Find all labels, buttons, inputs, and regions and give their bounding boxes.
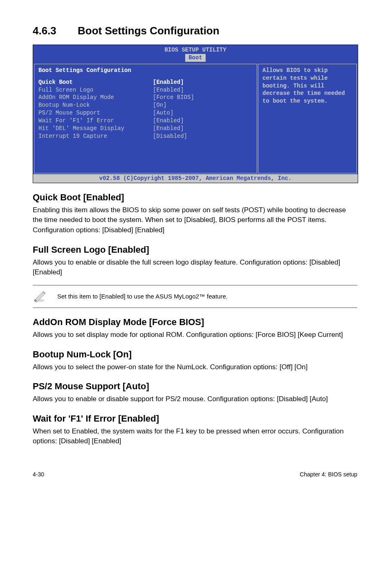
bios-setting-label: Bootup Num-Lock xyxy=(38,101,153,109)
note-text: Set this item to [Enabled] to use the AS… xyxy=(57,293,357,300)
chapter-label: Chapter 4: BIOS setup xyxy=(300,471,357,478)
bios-setting-label: Quick Boot xyxy=(38,79,153,86)
bios-setting-value: [Force BIOS] xyxy=(153,94,194,101)
bios-setting-value: [Enabled] xyxy=(153,125,184,132)
bios-setting-row: Hit 'DEL' Message Display[Enabled] xyxy=(38,125,253,132)
bios-setting-label: Interrupt 19 Capture xyxy=(38,132,153,140)
bios-setting-row: Full Screen Logo[Enabled] xyxy=(38,86,253,94)
subsection-heading: Quick Boot [Enabled] xyxy=(33,192,357,203)
section-heading-text: Boot Settings Configuration xyxy=(78,25,220,37)
pencil-note-icon xyxy=(33,289,57,304)
bios-setting-label: Wait For 'F1' If Error xyxy=(38,117,153,125)
bios-setting-label: Full Screen Logo xyxy=(38,86,153,94)
bios-setting-value: [Enabled] xyxy=(153,117,184,125)
page-number: 4-30 xyxy=(33,471,44,478)
section-number: 4.6.3 xyxy=(33,25,78,37)
bios-screenshot: BIOS SETUP UTILITY Boot Boot Settings Co… xyxy=(33,45,358,183)
bios-setting-row: Interrupt 19 Capture[Disabled] xyxy=(38,132,253,140)
subsection-heading: AddOn ROM Display Mode [Force BIOS] xyxy=(33,317,357,328)
page-footer: 4-30 Chapter 4: BIOS setup xyxy=(33,471,357,478)
bios-setting-value: [Disabled] xyxy=(153,132,187,140)
section-title: 4.6.3Boot Settings Configuration xyxy=(33,25,357,37)
note-divider-bottom xyxy=(33,307,357,308)
bios-header-title: BIOS SETUP UTILITY xyxy=(33,45,358,54)
bios-tab-row: Boot xyxy=(33,54,358,63)
subsection-body: Allows you to enable or disable the full… xyxy=(33,258,357,278)
bios-footer: v02.58 (C)Copyright 1985-2007, American … xyxy=(33,174,358,183)
note-box: Set this item to [Enabled] to use the AS… xyxy=(33,285,357,308)
subsection-heading: PS/2 Mouse Support [Auto] xyxy=(33,381,357,392)
bios-setting-row: Quick Boot[Enabled] xyxy=(38,79,253,86)
bios-setting-row: Bootup Num-Lock[On] xyxy=(38,101,253,109)
bios-setting-value: [Enabled] xyxy=(153,79,184,86)
subsection-heading: Wait for 'F1' If Error [Enabled] xyxy=(33,413,357,424)
bios-setting-value: [Auto] xyxy=(153,109,173,117)
subsection-body: Enabling this item allows the BIOS to sk… xyxy=(33,205,357,236)
bios-tab-boot: Boot xyxy=(185,54,206,62)
bios-help-panel: Allows BIOS to skip certain tests while … xyxy=(258,64,357,173)
bios-setting-value: [Enabled] xyxy=(153,86,184,94)
bios-setting-row: Wait For 'F1' If Error[Enabled] xyxy=(38,117,253,125)
bios-setting-row: PS/2 Mouse Support[Auto] xyxy=(38,109,253,117)
subsection-body: Allows you to select the power-on state … xyxy=(33,362,357,373)
subsection-heading: Bootup Num-Lock [On] xyxy=(33,349,357,360)
subsection-heading: Full Screen Logo [Enabled] xyxy=(33,245,357,255)
bios-panel-title: Boot Settings Configuration xyxy=(38,67,253,74)
bios-setting-label: PS/2 Mouse Support xyxy=(38,109,153,117)
subsection-body: Allows you to enable or disable support … xyxy=(33,394,357,404)
bios-setting-row: AddOn ROM Display Mode[Force BIOS] xyxy=(38,94,253,101)
subsection-body: Allows you to set display mode for optio… xyxy=(33,330,357,340)
bios-left-panel: Boot Settings Configuration Quick Boot[E… xyxy=(34,64,257,173)
bios-setting-label: Hit 'DEL' Message Display xyxy=(38,125,153,132)
bios-setting-value: [On] xyxy=(153,101,167,109)
bios-setting-label: AddOn ROM Display Mode xyxy=(38,94,153,101)
subsection-body: When set to Enabled, the system waits fo… xyxy=(33,426,357,447)
